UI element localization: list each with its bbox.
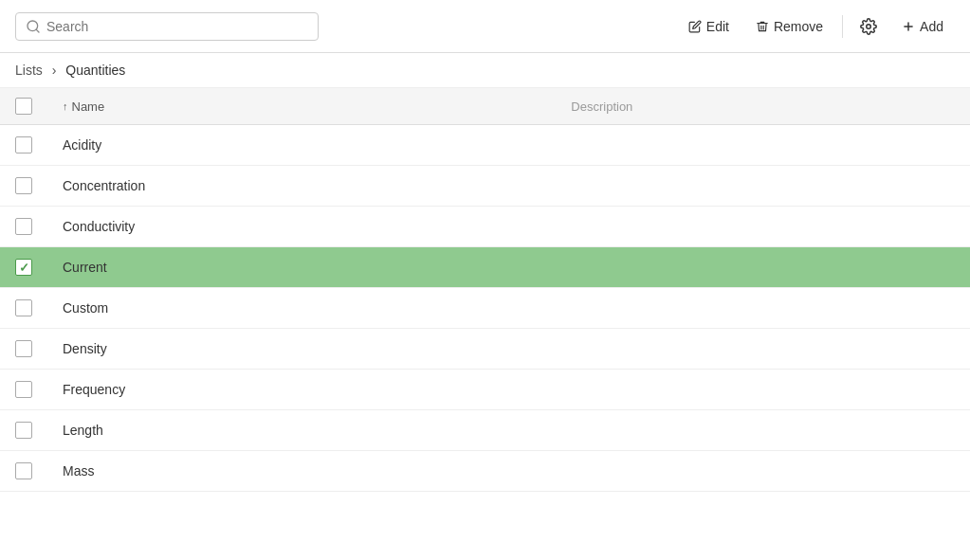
toolbar-divider xyxy=(842,15,843,38)
row-name: Concentration xyxy=(47,166,556,207)
row-checkbox[interactable] xyxy=(15,340,32,357)
row-description xyxy=(556,207,970,247)
trash-icon xyxy=(756,20,769,33)
row-description xyxy=(556,125,970,166)
settings-button[interactable] xyxy=(851,12,887,41)
search-input[interactable] xyxy=(46,19,308,34)
table-row[interactable]: Concentration xyxy=(0,166,970,207)
table-row[interactable]: Mass xyxy=(0,451,970,492)
breadcrumb-current: Quantities xyxy=(65,63,125,78)
table-row[interactable]: Acidity xyxy=(0,125,970,166)
svg-point-2 xyxy=(867,24,871,28)
table-row[interactable]: Conductivity xyxy=(0,207,970,247)
edit-button[interactable]: Edit xyxy=(677,13,741,40)
toolbar: Edit Remove Add xyxy=(0,0,970,53)
toolbar-actions: Edit Remove Add xyxy=(677,12,955,41)
row-checkbox[interactable] xyxy=(15,422,32,439)
row-checkbox[interactable] xyxy=(15,462,32,479)
plus-icon xyxy=(902,20,915,33)
row-checkbox[interactable] xyxy=(15,259,32,276)
row-name: Density xyxy=(47,329,556,370)
row-checkbox[interactable] xyxy=(15,177,32,194)
breadcrumb: Lists › Quantities xyxy=(0,53,970,88)
row-name: Frequency xyxy=(47,370,556,410)
select-all-checkbox[interactable] xyxy=(15,98,32,115)
row-checkbox[interactable] xyxy=(15,299,32,316)
table-row[interactable]: Density xyxy=(0,329,970,370)
row-description xyxy=(556,410,970,451)
row-name: Conductivity xyxy=(47,207,556,247)
row-description xyxy=(556,370,970,410)
add-button[interactable]: Add xyxy=(890,13,955,40)
row-description xyxy=(556,329,970,370)
breadcrumb-parent[interactable]: Lists xyxy=(15,63,43,78)
remove-label: Remove xyxy=(774,19,823,34)
name-column-header[interactable]: ↑ Name xyxy=(47,88,556,125)
add-label: Add xyxy=(920,19,943,34)
table-row[interactable]: Frequency xyxy=(0,370,970,410)
sort-up-icon: ↑ xyxy=(63,100,68,112)
row-description xyxy=(556,288,970,329)
table-container: ↑ Name Description AcidityConcentrationC… xyxy=(0,88,970,557)
select-all-header[interactable] xyxy=(0,88,47,125)
row-checkbox[interactable] xyxy=(15,218,32,235)
table-row[interactable]: Custom xyxy=(0,288,970,329)
edit-label: Edit xyxy=(706,19,729,34)
quantities-table: ↑ Name Description AcidityConcentrationC… xyxy=(0,88,970,492)
remove-button[interactable]: Remove xyxy=(744,13,834,40)
pencil-icon xyxy=(688,20,702,33)
row-checkbox[interactable] xyxy=(15,381,32,398)
table-row[interactable]: Current xyxy=(0,247,970,288)
row-description xyxy=(556,166,970,207)
row-name: Acidity xyxy=(47,125,556,166)
search-box[interactable] xyxy=(15,12,319,41)
row-description xyxy=(556,247,970,288)
row-checkbox[interactable] xyxy=(15,136,32,154)
row-name: Length xyxy=(47,410,556,451)
row-name: Custom xyxy=(47,288,556,329)
description-column-header: Description xyxy=(556,88,970,125)
name-header-label: Name xyxy=(72,99,105,114)
svg-line-1 xyxy=(36,29,39,32)
table-row[interactable]: Length xyxy=(0,410,970,451)
row-name: Current xyxy=(47,247,556,288)
row-description xyxy=(556,451,970,492)
breadcrumb-separator: › xyxy=(52,63,57,78)
search-icon xyxy=(26,19,41,34)
row-name: Mass xyxy=(47,451,556,492)
table-header-row: ↑ Name Description xyxy=(0,88,970,125)
table-body: AcidityConcentrationConductivityCurrentC… xyxy=(0,125,970,492)
gear-icon xyxy=(860,18,877,35)
